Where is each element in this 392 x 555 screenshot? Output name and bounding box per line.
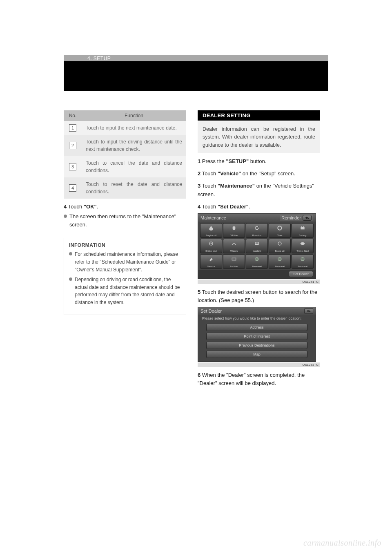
option-map[interactable]: Map <box>206 351 307 358</box>
right-step1: 1 Press the "SETUP" button. <box>198 157 320 166</box>
tires-icon <box>276 225 283 231</box>
tile-personal-3[interactable]: OKPersonal <box>292 254 314 269</box>
row1-number: 1 <box>69 124 76 132</box>
svg-point-2 <box>278 226 281 230</box>
right-step6-num: 6 <box>198 372 200 378</box>
svg-rect-5 <box>303 226 304 227</box>
option-previous[interactable]: Previous Destinations <box>206 342 307 349</box>
battery-icon <box>299 225 306 231</box>
brake-oil-icon <box>276 241 283 246</box>
right-step3: 3 Touch "Maintenance" on the "Vehicle Se… <box>198 182 320 198</box>
back-icon[interactable] <box>304 308 313 314</box>
wipers-icon <box>230 241 238 246</box>
oil-filter-icon <box>230 225 238 231</box>
svg-point-1 <box>255 226 258 230</box>
right-step1-a: Press the <box>202 158 226 164</box>
tile-battery[interactable]: Battery <box>292 223 314 238</box>
right-step2-num: 2 <box>198 170 200 177</box>
row1-text: Touch to input the next maintenance date… <box>82 121 186 135</box>
row4-text: Touch to reset the date and distance con… <box>82 177 186 199</box>
right-step4-b: . <box>249 204 250 210</box>
watermark: carmanualsonline.info <box>303 538 381 548</box>
set-dealer-screen-title: Set Dealer <box>200 309 222 313</box>
svg-text:OK: OK <box>255 258 258 260</box>
right-step4-a: Touch <box>202 204 218 210</box>
right-step1-num: 1 <box>198 158 200 164</box>
tile-oil-filter[interactable]: Oil filter <box>223 223 245 238</box>
air-filter-icon <box>230 256 238 262</box>
right-step5: 5 Touch the desired screen button to sea… <box>198 288 320 304</box>
row4-number: 4 <box>69 184 76 192</box>
svg-point-10 <box>278 242 281 245</box>
left-step4-text-a: Touch <box>68 204 84 210</box>
row3-text: Touch to cancel the date and distance co… <box>82 156 186 177</box>
right-step4-num: 4 <box>198 204 200 210</box>
svg-rect-9 <box>255 244 258 245</box>
tile-brake-pad[interactable]: Brake pad <box>200 239 222 253</box>
maintenance-grid: Engine oil Oil filter Rotation Tires Bat… <box>198 222 316 270</box>
tile-wipers[interactable]: Wipers <box>223 239 245 253</box>
tile-trans-fluid[interactable]: Trans. fluid <box>292 239 314 253</box>
reminder-label: Reminder <box>281 215 301 220</box>
tile-engine-oil[interactable]: Engine oil <box>200 223 222 238</box>
svg-text:OK: OK <box>301 258 304 260</box>
svg-point-7 <box>211 243 212 244</box>
option-poi[interactable]: Point of Interest <box>206 333 307 340</box>
set-dealer-image-code: US1253TC <box>198 363 320 367</box>
tile-personal-2[interactable]: OKPersonal <box>269 254 291 269</box>
dealer-intro: Dealer information can be registered in … <box>198 121 320 153</box>
header-band: 4. SETUP <box>64 61 328 91</box>
coolant-icon <box>253 241 261 246</box>
row3-number: 3 <box>69 163 76 170</box>
svg-point-11 <box>301 242 305 245</box>
option-address[interactable]: Address <box>206 324 307 331</box>
function-table: No. Function 1 Touch to input the next m… <box>64 110 186 199</box>
right-step5-text: Touch the desired screen button to searc… <box>198 289 317 303</box>
engine-oil-icon <box>207 225 215 231</box>
right-step2-bold: "Vehicle" <box>218 170 241 177</box>
func-table-head-fn: Function <box>82 110 186 121</box>
set-dealer-button[interactable]: Set Dealer <box>289 271 313 277</box>
left-step4: 4 Touch "OK". <box>64 203 186 211</box>
brake-pad-icon <box>207 241 215 246</box>
maintenance-screenshot: Maintenance Reminder Engine oil Oil filt… <box>198 213 320 284</box>
right-step3-a: Touch <box>202 183 218 189</box>
tile-coolant[interactable]: Coolant <box>246 239 268 253</box>
tile-rotation[interactable]: Rotation <box>246 223 268 238</box>
right-step3-num: 3 <box>198 183 200 189</box>
information-list: For scheduled maintenance information, p… <box>69 251 181 306</box>
right-step6-text: When the "Dealer" screen is completed, t… <box>198 372 305 386</box>
tile-brake-oil[interactable]: Brake oil <box>269 239 291 253</box>
information-title: INFORMATION <box>69 242 181 248</box>
svg-text:OK: OK <box>278 258 281 260</box>
section-label: 4. SETUP <box>64 55 328 61</box>
trans-fluid-icon <box>299 241 306 246</box>
service-icon <box>207 256 215 262</box>
information-box: INFORMATION For scheduled maintenance in… <box>64 238 186 315</box>
info-item-2: Depending on driving or road conditions,… <box>69 276 181 306</box>
content-area: No. Function 1 Touch to input the next m… <box>64 91 328 389</box>
tile-tires[interactable]: Tires <box>269 223 291 238</box>
row2-text: Touch to input the driving distance unti… <box>82 135 186 156</box>
maintenance-screen-title: Maintenance <box>200 215 226 220</box>
personal-icon: OK <box>299 256 306 262</box>
svg-rect-3 <box>301 227 304 229</box>
rotation-icon <box>253 225 261 231</box>
right-step2-b: on the "Setup" screen. <box>241 170 295 177</box>
left-column: No. Function 1 Touch to input the next m… <box>64 110 186 389</box>
left-step4-sub: The screen then returns to the "Maintena… <box>64 213 186 229</box>
back-icon[interactable] <box>303 215 312 221</box>
right-step2: 2 Touch "Vehicle" on the "Setup" screen. <box>198 170 320 178</box>
tile-service[interactable]: Service <box>200 254 222 269</box>
right-step2-a: Touch <box>202 170 218 177</box>
left-step4-bold: "OK" <box>84 204 97 210</box>
tile-air-filter[interactable]: Air filter <box>223 254 245 269</box>
maintenance-image-code: US1251TC <box>198 280 320 284</box>
tile-personal-1[interactable]: OKPersonal <box>246 254 268 269</box>
personal-icon: OK <box>253 256 261 262</box>
right-step1-bold: "SETUP" <box>226 158 249 164</box>
set-dealer-prompt: Please select how you would like to ente… <box>198 315 316 322</box>
svg-rect-0 <box>233 226 236 230</box>
set-dealer-screenshot: Set Dealer Please select how you would l… <box>198 307 320 367</box>
row2-number: 2 <box>69 142 76 149</box>
